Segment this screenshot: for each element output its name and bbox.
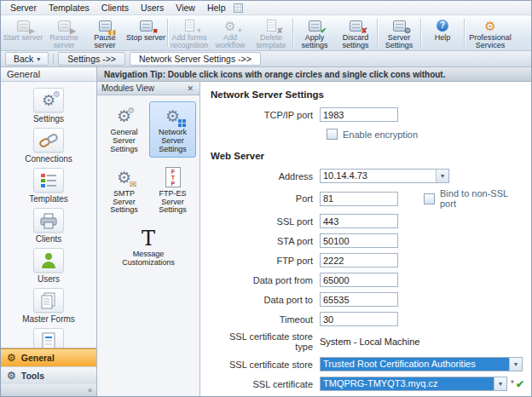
add-workflow-button[interactable]: ⚙+ Add workflow [210,16,251,49]
bind-non-ssl-checkbox[interactable] [424,193,435,204]
main-area: General ⚙⚙ Settings Connections Templa [1,67,531,396]
help-icon: ? [434,19,451,32]
sidebar-item-log[interactable]: Log [7,326,90,348]
back-button[interactable]: Back ▾ [5,52,49,66]
module-smtp-server-settings[interactable]: ⚙✉ SMTP Server Settings [101,163,147,219]
smtp-server-settings-icon: ⚙✉ [111,166,138,189]
help-button[interactable]: ? Help [422,16,463,49]
toolbar-separator [167,19,168,47]
chevrons-icon[interactable]: » [88,386,92,394]
ssl-port-row: SSL port [211,214,524,228]
content-area: Modules View ✕ ⚙⚙ General Server Setting… [97,82,531,396]
data-port-to-row: Data port to [211,292,524,307]
menu-server[interactable]: Server [4,2,43,14]
tcp-port-label: TCP/IP port [211,110,320,120]
dropdown-arrow-icon[interactable]: ▾ [436,170,448,182]
data-port-to-label: Data port to [211,295,320,305]
page-title: Network Server Settings [211,89,524,100]
breadcrumb: Back ▾ Settings ->> Network Server Setti… [1,51,531,67]
server-settings-button[interactable]: ⚙ Server Settings [379,16,419,49]
module-general-server-settings[interactable]: ⚙⚙ General Server Settings [101,101,147,158]
timeout-input[interactable] [320,312,398,326]
settings-gears-icon: ⚙⚙ [33,88,64,112]
stop-server-icon: ■ [137,19,154,32]
general-server-settings-icon: ⚙⚙ [111,105,138,128]
menu-help[interactable]: Help [201,2,232,14]
menu-templates[interactable]: Templates [43,2,95,14]
navigation-tip-bar: Navigation Tip: Double click icons with … [97,67,531,82]
menu-view[interactable]: View [170,2,201,14]
close-icon[interactable]: ✕ [185,84,195,93]
breadcrumb-settings[interactable]: Settings ->> [58,52,125,66]
add-forms-recognition-icon: + [181,19,198,32]
ssl-port-input[interactable] [320,214,398,228]
sidebar-item-users[interactable]: Users [7,246,90,285]
ftp-port-input[interactable] [320,253,398,268]
app-window: Server Templates Clients Users View Help… [0,0,532,397]
ssl-certificate-combobox[interactable]: TMQPRG-TMYQT3.myq.cz ▾ [320,377,507,391]
sta-port-input[interactable] [320,233,398,248]
cert-store-row: SSL certificate store Trusted Root Certi… [211,357,524,371]
tcp-port-row: TCP/IP port [211,107,524,122]
network-server-settings-icon: ⚙ [159,105,187,128]
ftp-port-label: FTP port [211,256,320,266]
stacked-pages-icon [33,288,64,313]
modules-panel-header: Modules View ✕ [97,82,200,95]
module-network-server-settings[interactable]: ⚙ Network Server Settings [149,101,196,158]
start-server-icon: ▶ [14,19,32,32]
resume-server-button[interactable]: ▶ Resume server [43,16,84,49]
certificate-valid-icon: ✔ [516,379,524,389]
section-general[interactable]: ⚙ General [1,348,96,366]
user-person-icon [33,248,64,273]
network-server-settings-form: Network Server Settings TCP/IP port Enab… [200,82,531,396]
address-combobox[interactable]: 10.14.4.73 ▾ [320,169,449,183]
port-label: Port [211,193,320,204]
dropdown-arrow-icon[interactable]: ▾ [494,377,506,390]
breadcrumb-network-server-settings[interactable]: Network Server Settings ->> [130,52,261,66]
data-port-from-row: Data port from [211,273,524,287]
sidebar-item-templates[interactable]: Templates [7,166,90,205]
breadcrumb-divider [53,54,54,65]
add-forms-recognition-button[interactable]: + Add forms recognition [169,16,210,49]
tcp-port-input[interactable] [320,107,398,122]
sta-port-label: STA port [211,236,320,246]
section-tools[interactable]: ⚙ Tools [1,366,96,384]
general-section-gear-icon: ⚙ [7,353,16,363]
port-input[interactable] [320,192,398,206]
back-dropdown-icon[interactable]: ▾ [37,55,40,63]
sidebar-collapse-strip[interactable]: » [1,384,96,396]
stop-server-button[interactable]: ■ Stop server [125,16,166,49]
discard-settings-button[interactable]: ✘ Discard settings [335,16,376,49]
discard-settings-icon: ✘ [347,19,364,32]
professional-services-button[interactable]: ⚙ Professional Services [466,16,515,49]
sidebar-item-clients[interactable]: Clients [7,206,90,245]
dropdown-arrow-icon[interactable]: ▾ [509,358,522,371]
toolbar: ▶ Start server ▶ Resume server ▮▮ Pause … [1,15,531,51]
cert-store-combobox[interactable]: Trusted Root Certification Authorities ▾ [320,357,523,371]
toolbar-separator [420,19,421,47]
sidebar-item-connections[interactable]: Connections [7,126,90,165]
enable-encryption-checkbox[interactable] [327,129,338,140]
ftp-port-row: FTP port [211,253,524,268]
start-server-button[interactable]: ▶ Start server [3,16,43,49]
enable-encryption-label: Enable encryption [343,129,418,140]
menu-grid-icon[interactable] [234,3,243,13]
log-page-icon [33,328,64,348]
sta-port-row: STA port [211,233,524,248]
data-port-to-input[interactable] [320,292,398,307]
menu-clients[interactable]: Clients [95,2,135,14]
server-settings-icon: ⚙ [390,19,408,32]
sidebar-item-master-forms[interactable]: Master Forms [7,286,90,325]
message-customizations-icon: T [135,227,162,250]
pause-server-button[interactable]: ▮▮ Pause server [84,16,125,49]
delete-template-icon: ✘ [263,19,280,32]
sidebar-item-settings[interactable]: ⚙⚙ Settings [7,86,90,125]
delete-template-button[interactable]: ✘ Delete template [251,16,292,49]
apply-settings-button[interactable]: ✔ Apply settings [294,16,335,49]
menu-users[interactable]: Users [135,2,170,14]
module-message-customizations[interactable]: T Message Customizations [125,223,172,271]
professional-services-icon: ⚙ [482,19,499,32]
data-port-from-input[interactable] [320,273,398,287]
module-ftp-es-server-settings[interactable]: FTP FTP-ES Server Settings [149,163,196,219]
certificate-asterisk: * [511,379,514,388]
